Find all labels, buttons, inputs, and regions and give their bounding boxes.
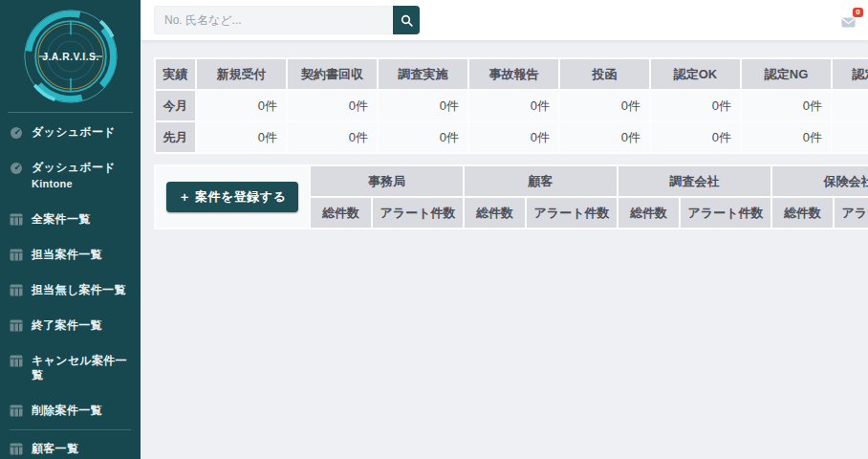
count-cell: 0件 — [288, 91, 377, 120]
search-button[interactable] — [393, 6, 420, 34]
count-cell — [833, 122, 868, 152]
row-label: 今月 — [156, 91, 195, 120]
performance-table: 実績 新規受付 契約書回収 調査実施 事故報告 投函 認定OK 認定NG 認定結… — [154, 57, 868, 154]
count-cell: 0件 — [379, 91, 467, 120]
group-header-chousagaisha: 調査会社 — [618, 166, 770, 196]
sidebar-item-my-cases[interactable]: 担当案件一覧 — [0, 237, 141, 273]
sidebar-item-finished-cases[interactable]: 終了案件一覧 — [0, 308, 141, 343]
sidebar-item-label: 終了案件一覧 — [32, 318, 102, 333]
count-cell: 0件 — [197, 91, 286, 120]
group-header-hokengaisha: 保険会社 — [772, 166, 868, 196]
table-icon — [10, 355, 23, 367]
table-row: 先月 0件 0件 0件 0件 0件 0件 0件 — [156, 122, 868, 152]
register-case-button-label: 案件を登録する — [195, 188, 286, 206]
search-input[interactable] — [154, 6, 393, 34]
col-header: 認定NG — [742, 59, 831, 89]
mail-badge: 0 — [853, 8, 863, 17]
sidebar-item-dashboard[interactable]: ダッシュボード — [0, 115, 141, 150]
sidebar-item-label: ダッシュボード — [32, 161, 116, 174]
subcol-header-alerts: アラート件数 — [527, 198, 617, 228]
search-bar — [154, 6, 420, 34]
dashboard-icon — [10, 162, 23, 175]
subcol-header-alerts: アラート件数 — [681, 198, 770, 228]
divider — [10, 429, 131, 430]
col-header: 新規受付 — [197, 59, 286, 89]
row-label: 先月 — [156, 122, 195, 152]
content: 実績 新規受付 契約書回収 調査実施 事故報告 投函 認定OK 認定NG 認定結… — [141, 40, 868, 230]
col-header: 契約書回収 — [288, 59, 377, 89]
sidebar-item-label: 削除案件一覧 — [32, 404, 102, 418]
count-cell: 0件 — [197, 122, 286, 152]
col-header: 調査実施 — [379, 59, 467, 89]
sidebar-item-all-cases[interactable]: 全案件一覧 — [0, 202, 141, 237]
sidebar-item-label: 担当案件一覧 — [32, 248, 102, 262]
mail-icon — [841, 17, 856, 28]
register-button-cell: ＋ 案件を登録する — [156, 166, 309, 228]
col-header: 認定結果 — [833, 59, 868, 89]
subcol-header-total: 総件数 — [465, 198, 525, 228]
count-cell: 0件 — [469, 122, 558, 152]
table-icon — [10, 213, 23, 226]
register-case-button[interactable]: ＋ 案件を登録する — [166, 182, 299, 212]
table-icon — [10, 319, 23, 332]
plus-icon: ＋ — [179, 188, 192, 206]
table-row: 今月 0件 0件 0件 0件 0件 0件 0件 — [156, 91, 868, 120]
sidebar-item-customers[interactable]: 顧客一覧 — [0, 431, 141, 459]
col-header: 事故報告 — [469, 59, 558, 89]
jarvis-logo-text: J.A.R.V.I.S. — [42, 52, 99, 62]
count-cell: 0件 — [469, 91, 558, 120]
table-icon — [10, 284, 23, 296]
sidebar-item-cancelled-cases[interactable]: キャンセル案件一覧 — [0, 343, 141, 393]
col-header: 認定OK — [651, 59, 740, 89]
subcol-header-alerts: アラート件数 — [373, 198, 463, 228]
table-icon — [10, 249, 23, 261]
count-cell: 0件 — [651, 91, 740, 120]
count-cell: 0件 — [742, 91, 831, 120]
jarvis-logo-icon: J.A.R.V.I.S. — [21, 7, 120, 106]
sidebar: J.A.R.V.I.S. ダッシュボード ダッシュボード Kintone — [0, 0, 141, 459]
group-header-jimukyoku: 事務局 — [311, 166, 463, 196]
group-header-kokyaku: 顧客 — [465, 166, 617, 196]
sidebar-item-sublabel: Kintone — [32, 177, 116, 191]
subcol-header-alerts: アラート件数 — [835, 198, 868, 228]
jarvis-logo: J.A.R.V.I.S. — [0, 0, 141, 112]
sidebar-item-deleted-cases[interactable]: 削除案件一覧 — [0, 393, 141, 428]
subcol-header-total: 総件数 — [772, 198, 833, 228]
count-cell — [833, 91, 868, 120]
col-header: 実績 — [156, 59, 195, 89]
search-icon — [401, 14, 413, 27]
count-cell: 0件 — [651, 122, 740, 152]
sidebar-item-label: キャンセル案件一覧 — [32, 354, 133, 382]
topbar: 0 — [141, 0, 868, 40]
count-cell: 0件 — [560, 122, 649, 152]
sidebar-item-label: ダッシュボード — [32, 125, 116, 140]
sidebar-nav: ダッシュボード ダッシュボード Kintone 全案件一覧 — [0, 113, 141, 459]
subcol-header-total: 総件数 — [618, 198, 679, 228]
main-area: 0 実績 新規受付 契約書回収 調査実施 事故報告 投函 認定OK 認定NG — [141, 0, 868, 459]
sidebar-item-unassigned-cases[interactable]: 担当無し案件一覧 — [0, 273, 141, 308]
subcol-header-total: 総件数 — [311, 198, 371, 228]
table-icon — [10, 443, 23, 455]
count-cell: 0件 — [379, 122, 467, 152]
mail-button[interactable]: 0 — [841, 14, 856, 32]
sidebar-item-label: 全案件一覧 — [32, 212, 91, 227]
dashboard-icon — [10, 126, 23, 140]
count-cell: 0件 — [560, 91, 649, 120]
col-header: 投函 — [560, 59, 649, 89]
count-cell: 0件 — [742, 122, 831, 152]
alert-group-header-row: ＋ 案件を登録する 事務局 顧客 調査会社 保険会社 — [156, 166, 868, 196]
alert-table: ＋ 案件を登録する 事務局 顧客 調査会社 保険会社 総件数 アラート件数 総件… — [154, 164, 868, 230]
count-cell: 0件 — [288, 122, 377, 152]
sidebar-item-label: 担当無し案件一覧 — [32, 283, 126, 297]
sidebar-item-dashboard-kintone[interactable]: ダッシュボード Kintone — [0, 150, 141, 202]
sidebar-item-label: 顧客一覧 — [32, 442, 78, 456]
table-icon — [10, 404, 23, 417]
performance-header-row: 実績 新規受付 契約書回収 調査実施 事故報告 投函 認定OK 認定NG 認定結… — [156, 59, 868, 89]
